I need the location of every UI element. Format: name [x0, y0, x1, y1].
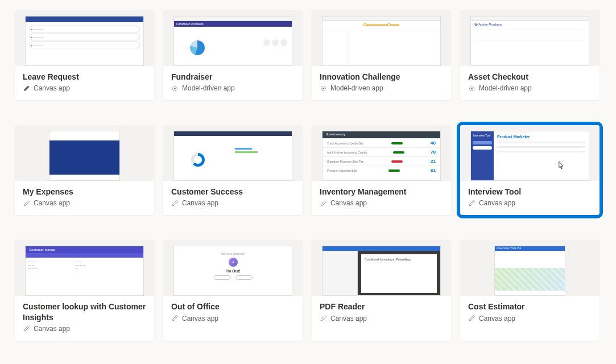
app-title: Inventory Management [320, 187, 443, 197]
pencil-icon [468, 200, 476, 207]
app-type: Canvas app [330, 199, 367, 207]
app-card-interview-tool[interactable]: Interview Tool Product Marketer Intervie… [460, 125, 600, 215]
app-type: Model-driven app [182, 84, 235, 92]
cursor-pointer-icon [556, 160, 565, 174]
pencil-icon [23, 200, 30, 207]
app-thumbnail: Customer lookup — — —— —— — — — —— — —— [15, 240, 154, 296]
pencil-icon [171, 200, 179, 207]
app-title: Customer lookup with Customer Insights [23, 301, 146, 322]
gear-icon [320, 85, 327, 92]
app-thumbnail: ● — — — ● — — — ● — — — [15, 10, 154, 66]
svg-point-3 [323, 88, 324, 89]
gear-icon [468, 85, 476, 92]
pencil-icon [320, 200, 327, 207]
app-card-asset-checkout[interactable]: ⦿ Active Products Asset Checkout Model-d… [460, 10, 600, 100]
pencil-icon [23, 85, 30, 92]
pencil-icon [320, 315, 327, 322]
app-card-inventory-management[interactable]: Store Inventory Youth Accessory Combo Se… [312, 125, 451, 215]
app-type: Canvas app [330, 315, 367, 322]
app-type: Canvas app [479, 199, 515, 207]
app-card-customer-success[interactable]: Customer Success Canvas app [163, 125, 303, 215]
app-type: Canvas app [182, 315, 218, 322]
app-type: Canvas app [182, 199, 218, 207]
app-title: Leave Request [23, 72, 146, 82]
app-thumbnail: Conditional formatting in PowerApps [312, 240, 451, 296]
app-card-my-expenses[interactable]: My Expenses Canvas app [15, 125, 154, 215]
app-card-out-of-office[interactable]: Set your presence ✈ I'm Out! Out of Offi… [163, 240, 303, 340]
app-thumbnail [312, 10, 451, 66]
app-thumbnail: Store Inventory Youth Accessory Combo Se… [312, 125, 451, 181]
app-card-leave-request[interactable]: ● — — — ● — — — ● — — — Leave Request Ca… [15, 10, 154, 100]
app-thumbnail: Set your presence ✈ I'm Out! [163, 240, 303, 296]
app-title: PDF Reader [320, 301, 443, 312]
app-thumbnail: Interview Tool Product Marketer [460, 125, 600, 181]
svg-point-5 [471, 88, 472, 89]
app-type: Canvas app [34, 199, 70, 207]
app-title: Cost Estimator [468, 301, 592, 312]
app-thumbnail [15, 125, 154, 181]
app-title: Interview Tool [468, 187, 592, 197]
pencil-icon [171, 315, 179, 322]
svg-point-1 [174, 88, 175, 89]
app-title: My Expenses [23, 187, 146, 197]
app-card-cost-estimator[interactable]: SCHEDULE YOUR JOB Cost Estimator Canvas … [460, 240, 600, 340]
app-type: Model-driven app [330, 84, 383, 92]
app-thumbnail: Fundraiser Donations [163, 10, 303, 66]
app-gallery: ● — — — ● — — — ● — — — Leave Request Ca… [0, 0, 616, 341]
app-card-pdf-reader[interactable]: Conditional formatting in PowerApps PDF … [312, 240, 451, 340]
pencil-icon [23, 325, 30, 332]
gear-icon [171, 85, 179, 92]
app-type: Canvas app [34, 325, 70, 333]
app-thumbnail: ⦿ Active Products [460, 10, 600, 66]
app-title: Fundraiser [171, 72, 295, 82]
app-type: Canvas app [479, 315, 515, 322]
app-card-customer-lookup[interactable]: Customer lookup — — —— —— — — — —— — —— … [15, 240, 154, 340]
app-card-innovation-challenge[interactable]: Innovation Challenge Model-driven app [312, 10, 451, 100]
app-card-fundraiser[interactable]: Fundraiser Donations Fundraiser Model-dr… [163, 10, 303, 100]
app-type: Canvas app [34, 84, 70, 92]
app-title: Out of Office [171, 301, 295, 312]
pencil-icon [468, 315, 476, 322]
app-title: Customer Success [171, 187, 295, 197]
app-thumbnail: SCHEDULE YOUR JOB [460, 240, 600, 296]
app-type: Model-driven app [479, 84, 532, 92]
app-title: Innovation Challenge [320, 72, 443, 82]
app-title: Asset Checkout [468, 72, 592, 82]
app-thumbnail [163, 125, 303, 181]
